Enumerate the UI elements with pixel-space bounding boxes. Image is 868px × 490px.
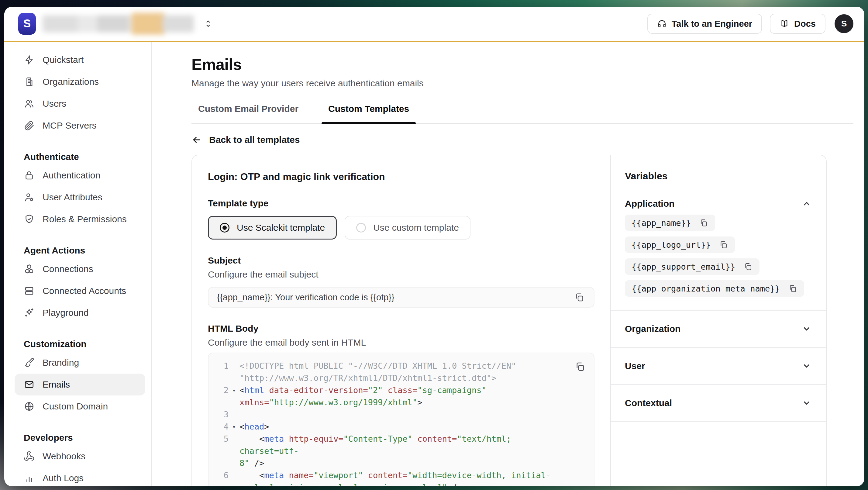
workspace-name-redacted[interactable]	[42, 15, 194, 32]
code-fold-caret-icon[interactable]: ▾	[228, 384, 240, 408]
user-avatar[interactable]: S	[835, 14, 854, 33]
radio-selected-icon	[220, 223, 229, 233]
sidebar-item-label: User Attributes	[42, 192, 102, 203]
tab-custom-email-provider[interactable]: Custom Email Provider	[191, 104, 305, 123]
mail-icon	[24, 379, 35, 390]
talk-to-engineer-button[interactable]: Talk to an Engineer	[647, 14, 762, 34]
sidebar-item-label: Emails	[42, 379, 70, 390]
sidebar-item-connected-accounts[interactable]: Connected Accounts	[14, 280, 145, 302]
subject-input[interactable]: {{app_name}}: Your verification code is …	[208, 287, 594, 308]
sidebar-item-playground[interactable]: Playground	[14, 302, 145, 324]
sidebar-item-emails[interactable]: Emails	[14, 374, 145, 395]
variable-chips: {{app_name}}{{app_logo_url}}{{app_suppor…	[625, 215, 812, 297]
chevron-down-icon	[801, 324, 812, 334]
variables-section-contextual[interactable]: Contextual	[611, 385, 826, 422]
sidebar-item-label: Webhooks	[42, 451, 85, 461]
sidebar-item-custom-domain[interactable]: Custom Domain	[14, 395, 145, 417]
copy-icon	[788, 284, 797, 293]
sidebar-item-connections[interactable]: Connections	[14, 258, 145, 280]
sidebar-item-label: Custom Domain	[42, 401, 108, 411]
template-editor-card: Login: OTP and magic link verification T…	[191, 155, 827, 486]
code-line-4: 4▾<head>	[216, 421, 557, 433]
code-line-2: 2▾<html data-editor-version="2" class="s…	[216, 384, 557, 408]
code-line-number: 2	[216, 384, 228, 408]
sidebar-item-label: Branding	[42, 358, 79, 368]
code-fold-caret-icon[interactable]: ▾	[228, 421, 240, 433]
template-type-label: Template type	[208, 198, 594, 209]
code-line-text: <html data-editor-version="2" class="sg-…	[240, 384, 557, 408]
code-line-text: <head>	[240, 421, 557, 433]
sidebar-item-branding[interactable]: Branding	[14, 352, 145, 374]
variables-section-user[interactable]: User	[611, 348, 826, 385]
docs-button[interactable]: Docs	[770, 14, 826, 34]
sidebar-item-users[interactable]: Users	[14, 93, 145, 115]
html-body-code-editor[interactable]: 1<!DOCTYPE html PUBLIC "-//W3C//DTD XHTM…	[208, 353, 594, 486]
sidebar-item-organizations[interactable]: Organizations	[14, 71, 145, 93]
copy-icon	[744, 262, 752, 271]
chevron-up-icon	[801, 198, 812, 209]
sidebar-item-label: Organizations	[42, 76, 99, 87]
variable-copy-button[interactable]	[788, 284, 798, 293]
copy-icon	[575, 361, 585, 372]
sidebar-section-authenticate: Authenticate	[14, 145, 145, 164]
sidebar-item-label: Playground	[42, 308, 89, 318]
globe-icon	[24, 401, 35, 412]
accordion-label: Organization	[625, 324, 680, 334]
variable-chip-text: {{app_name}}	[631, 218, 691, 228]
code-line-6: 6 <meta name="viewport" content="width=d…	[216, 469, 557, 486]
user-gear-icon	[24, 192, 35, 203]
variable-chip-app-name[interactable]: {{app_name}}	[625, 215, 715, 231]
shield-check-icon	[24, 214, 35, 225]
sidebar-item-auth-logs[interactable]: Auth Logs	[14, 467, 145, 486]
sidebar-item-user-attributes[interactable]: User Attributes	[14, 186, 145, 208]
paperclip-icon	[24, 120, 35, 131]
page-title: Emails	[191, 56, 864, 73]
application-section-label: Application	[625, 198, 674, 209]
subject-copy-button[interactable]	[573, 291, 585, 303]
code-line-number: 3	[216, 408, 228, 421]
code-line-1: 1<!DOCTYPE html PUBLIC "-//W3C//DTD XHTM…	[216, 360, 557, 384]
subject-label: Subject	[208, 255, 594, 266]
variable-chip-app-organization-meta-name[interactable]: {{app_organization_meta_name}}	[625, 280, 804, 297]
sidebar-item-label: Connections	[42, 264, 93, 274]
variable-copy-button[interactable]	[718, 240, 728, 250]
code-line-number: 5	[216, 433, 228, 469]
tab-custom-templates[interactable]: Custom Templates	[321, 104, 416, 123]
code-line-5: 5 <meta http-equiv="Content-Type" conten…	[216, 433, 557, 469]
sidebar-item-mcp-servers[interactable]: MCP Servers	[14, 115, 145, 136]
template-type-option-use-custom-template[interactable]: Use custom template	[345, 216, 470, 240]
variable-chip-app-support-email[interactable]: {{app_support_email}}	[625, 258, 760, 275]
users-icon	[24, 98, 35, 109]
variable-chip-app-logo-url[interactable]: {{app_logo_url}}	[625, 237, 735, 253]
radio-option-label: Use custom template	[373, 222, 459, 233]
accordion-label: User	[625, 361, 645, 371]
brush-icon	[24, 357, 35, 368]
code-line-number: 6	[216, 469, 228, 486]
code-copy-button[interactable]	[574, 361, 586, 373]
workspace-switcher-chevrons-icon[interactable]	[203, 19, 213, 29]
sidebar-item-authentication[interactable]: Authentication	[14, 164, 145, 186]
sidebar-item-roles-permissions[interactable]: Roles & Permissions	[14, 208, 145, 230]
template-type-option-use-scalekit-template[interactable]: Use Scalekit template	[208, 216, 337, 240]
sidebar-item-quickstart[interactable]: Quickstart	[14, 49, 145, 71]
copy-icon	[699, 219, 708, 227]
variable-chip-text: {{app_organization_meta_name}}	[631, 284, 780, 293]
variables-panel: Variables Application {{app_name}}{{app_…	[610, 155, 826, 486]
html-body-label: HTML Body	[208, 324, 594, 334]
sidebar-item-label: Roles & Permissions	[42, 214, 127, 224]
variables-section-application[interactable]: Application	[625, 198, 812, 209]
variable-copy-button[interactable]	[743, 262, 753, 271]
code-line-text: <!DOCTYPE html PUBLIC "-//W3C//DTD XHTML…	[240, 360, 557, 384]
cubes-icon	[24, 264, 35, 274]
variable-chip-text: {{app_support_email}}	[631, 262, 735, 271]
variables-section-organization[interactable]: Organization	[611, 311, 826, 348]
app-window: S Talk to an Engineer Docs S	[4, 7, 864, 486]
sidebar-item-label: Quickstart	[42, 55, 84, 65]
template-heading: Login: OTP and magic link verification	[208, 171, 594, 182]
variable-copy-button[interactable]	[699, 218, 708, 228]
code-line-text	[240, 408, 557, 421]
sidebar-section-customization: Customization	[14, 332, 145, 352]
back-to-templates-link[interactable]: Back to all templates	[191, 135, 300, 145]
sidebar-item-webhooks[interactable]: Webhooks	[14, 445, 145, 467]
subject-help: Configure the email subject	[208, 269, 594, 280]
